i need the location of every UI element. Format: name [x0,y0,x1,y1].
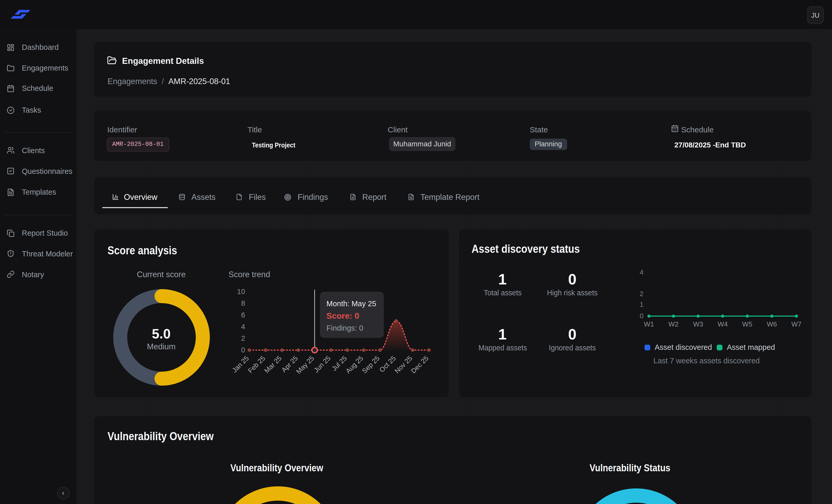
svg-text:W7: W7 [791,320,801,328]
svg-text:6: 6 [241,311,245,319]
svg-text:May 25: May 25 [294,354,315,375]
svg-text:Nov 25: Nov 25 [393,354,413,375]
svg-text:W3: W3 [693,320,703,328]
svg-text:1: 1 [640,300,643,308]
svg-text:0: 0 [640,312,643,320]
svg-text:Jun 25: Jun 25 [312,354,332,374]
svg-text:Sep 25: Sep 25 [360,354,381,375]
svg-text:4: 4 [640,268,643,276]
svg-text:0: 0 [241,346,245,354]
svg-text:2: 2 [640,290,643,298]
svg-text:2: 2 [241,334,245,342]
svg-text:10: 10 [237,288,245,296]
svg-text:Feb 25: Feb 25 [246,354,266,374]
svg-text:Mar 25: Mar 25 [262,354,283,374]
svg-text:Dec 25: Dec 25 [409,354,430,375]
svg-text:4: 4 [241,323,245,330]
svg-text:W1: W1 [644,320,654,328]
svg-text:8: 8 [241,299,245,307]
svg-text:Aug 25: Aug 25 [344,354,364,375]
svg-text:W2: W2 [668,320,678,328]
svg-text:W5: W5 [742,320,752,328]
svg-text:W6: W6 [766,320,777,328]
svg-text:Jan 25: Jan 25 [230,354,250,374]
svg-text:W4: W4 [718,320,728,328]
